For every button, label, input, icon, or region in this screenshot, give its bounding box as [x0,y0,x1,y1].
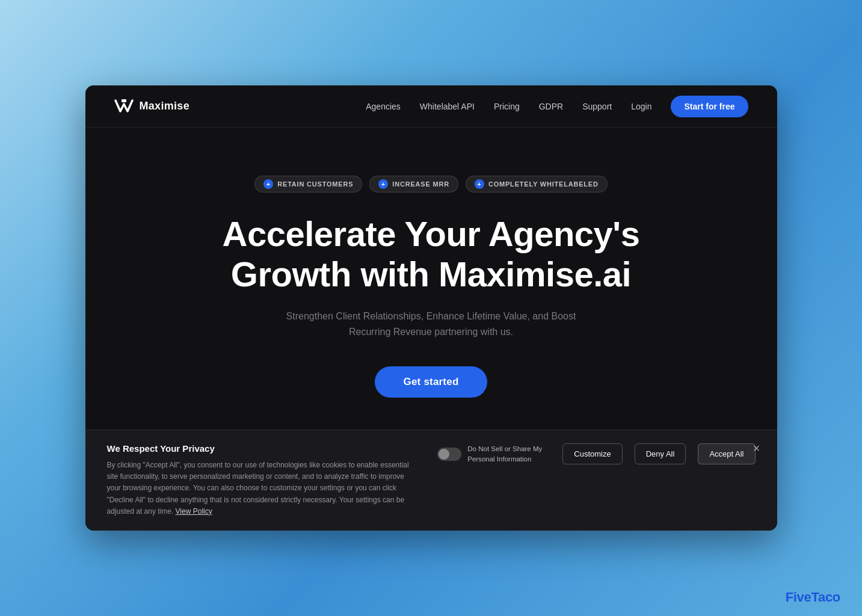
cookie-actions: Do Not Sell or Share My Personal Informa… [437,443,755,464]
badge-increase-mrr: INCREASE MRR [369,176,458,192]
increase-mrr-icon [378,179,388,189]
accept-all-button[interactable]: Accept All [698,443,755,464]
nav-links: Agencies Whitelabel API Pricing GDPR Sup… [366,96,748,117]
toggle-label: Do Not Sell or Share My Personal Informa… [467,444,546,463]
logo-text: Maximise [140,100,189,112]
view-policy-link[interactable]: View Policy [176,507,212,516]
hero-title: Accelerate Your Agency's Growth with Max… [215,214,648,294]
navbar: Maximise Agencies Whitelabel API Pricing… [85,85,777,128]
nav-link-support[interactable]: Support [582,102,612,111]
logo-area: Maximise [114,98,189,115]
nav-link-pricing[interactable]: Pricing [494,102,520,111]
logo-icon [114,98,134,115]
fivetaco-text: FiveTaco [786,590,840,605]
badge-row: RETAIN CUSTOMERS INCREASE MRR COMPLETELY… [254,176,607,192]
nav-link-login[interactable]: Login [631,102,651,111]
nav-link-gdpr[interactable]: GDPR [539,102,563,111]
deny-all-button[interactable]: Deny All [635,443,686,464]
cookie-text-area: We Respect Your Privacy By clicking "Acc… [107,443,419,517]
hero-section: RETAIN CUSTOMERS INCREASE MRR COMPLETELY… [85,128,777,458]
fivetaco-brand: FiveTaco [786,590,840,605]
badge-retain-customers: RETAIN CUSTOMERS [254,176,362,192]
cookie-banner: We Respect Your Privacy By clicking "Acc… [85,430,777,531]
svg-rect-0 [122,99,126,102]
nav-link-whitelabel-api[interactable]: Whitelabel API [420,102,475,111]
whitelabeled-icon [475,179,484,189]
customize-button[interactable]: Customize [562,443,622,464]
badge-whitelabeled: COMPLETELY WHITELABELED [466,176,608,192]
cookie-title: We Respect Your Privacy [107,443,419,454]
browser-window: Maximise Agencies Whitelabel API Pricing… [85,85,777,531]
nav-link-agencies[interactable]: Agencies [366,102,401,111]
retain-customers-icon [263,179,273,189]
hero-subtitle: Strengthen Client Relationships, Enhance… [275,309,588,339]
toggle-row: Do Not Sell or Share My Personal Informa… [437,444,546,463]
cookie-body: By clicking "Accept All", you consent to… [107,460,419,517]
get-started-button[interactable]: Get started [375,366,488,398]
do-not-sell-toggle[interactable] [437,448,461,461]
cookie-close-button[interactable]: × [753,442,760,454]
start-for-free-button[interactable]: Start for free [671,96,748,117]
